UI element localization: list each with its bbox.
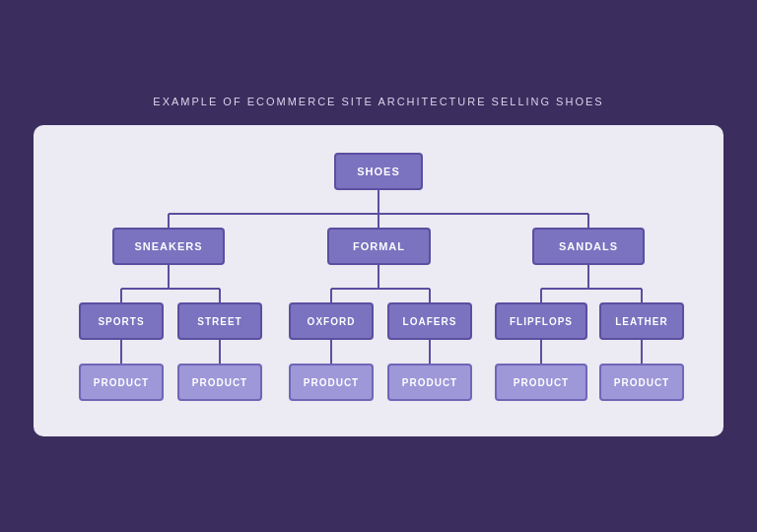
page-title: EXAMPLE OF ECOMMERCE SITE ARCHITECTURE S… xyxy=(153,96,603,107)
node-loafers: LOAFERS xyxy=(387,302,472,340)
tree-diagram: SHOES SNEAKERS FORMAL SANDALS SPORTS STR… xyxy=(63,153,694,409)
node-product-6: PRODUCT xyxy=(599,364,684,401)
node-product-2: PRODUCT xyxy=(177,364,262,401)
node-product-5: PRODUCT xyxy=(495,364,587,401)
node-street: STREET xyxy=(177,302,262,340)
node-formal: FORMAL xyxy=(327,228,431,265)
node-product-3: PRODUCT xyxy=(289,364,374,401)
node-shoes: SHOES xyxy=(334,153,423,190)
node-leather: LEATHER xyxy=(599,302,684,340)
node-flipflops: FLIPFLOPS xyxy=(495,302,587,340)
node-oxford: OXFORD xyxy=(289,302,374,340)
diagram-container: SHOES SNEAKERS FORMAL SANDALS SPORTS STR… xyxy=(34,125,723,436)
node-product-4: PRODUCT xyxy=(387,364,472,401)
node-sandals: SANDALS xyxy=(532,228,645,265)
node-sports: SPORTS xyxy=(79,302,164,340)
node-sneakers: SNEAKERS xyxy=(112,228,225,265)
node-product-1: PRODUCT xyxy=(79,364,164,401)
